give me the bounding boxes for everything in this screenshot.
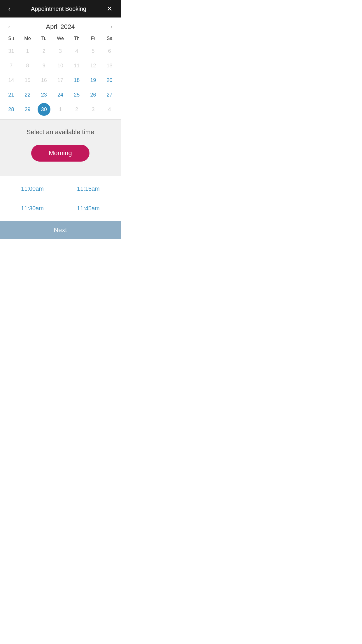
day-fr: Fr: [85, 34, 101, 43]
date-cell-wrapper: 17: [52, 73, 68, 87]
time-slot[interactable]: 11:15am: [62, 182, 115, 196]
time-selection-area: Select an available time Morning: [0, 120, 121, 176]
date-cell-wrapper: 2: [68, 102, 85, 116]
date-cell-wrapper: 18: [68, 73, 85, 87]
date-cell: 3: [59, 45, 62, 57]
date-cell[interactable]: 23: [41, 89, 47, 101]
date-cell-wrapper: 28: [3, 102, 19, 116]
date-cell-wrapper: 15: [19, 73, 36, 87]
calendar-month-label: April 2024: [46, 23, 75, 31]
calendar-nav: ‹ April 2024 ›: [0, 18, 121, 34]
date-cell: 2: [43, 45, 45, 57]
date-cell[interactable]: 18: [74, 74, 80, 86]
date-cell-wrapper: 26: [85, 88, 101, 102]
date-cell-wrapper: 29: [19, 102, 36, 116]
date-cell-wrapper: 13: [101, 59, 118, 73]
date-cell-wrapper: 3: [52, 44, 68, 58]
calendar-dates: 3112345678910111213141516171819202122232…: [3, 44, 118, 116]
date-cell-wrapper: 4: [101, 102, 118, 116]
date-cell-wrapper: 11: [68, 59, 85, 73]
next-button[interactable]: Next: [5, 226, 115, 234]
date-cell: 10: [57, 60, 63, 72]
day-tu: Tu: [36, 34, 52, 43]
date-cell[interactable]: 29: [24, 104, 30, 116]
prev-month-button[interactable]: ‹: [6, 22, 13, 31]
date-cell: 11: [74, 60, 80, 72]
day-th: Th: [68, 34, 85, 43]
next-month-button[interactable]: ›: [108, 22, 115, 31]
date-cell: 15: [24, 74, 30, 86]
time-slots-area: 11:00am11:15am11:30am11:45am: [0, 176, 121, 221]
date-cell-wrapper: 30: [36, 102, 52, 116]
date-cell: 4: [75, 45, 78, 57]
date-cell-wrapper: 23: [36, 88, 52, 102]
date-cell-wrapper: 12: [85, 59, 101, 73]
time-slot[interactable]: 11:45am: [62, 202, 115, 215]
date-cell: 1: [59, 104, 62, 116]
date-cell: 13: [107, 60, 113, 72]
day-sa: Sa: [101, 34, 118, 43]
app-header: ‹ Appointment Booking ✕: [0, 0, 121, 18]
day-we: We: [52, 34, 68, 43]
date-cell: 7: [10, 60, 13, 72]
date-cell: 5: [92, 45, 95, 57]
date-cell-wrapper: 1: [19, 44, 36, 58]
date-cell[interactable]: 28: [8, 104, 14, 116]
date-cell[interactable]: 20: [107, 74, 113, 86]
time-slots-grid: 11:00am11:15am11:30am11:45am: [6, 182, 115, 215]
date-cell[interactable]: 27: [107, 89, 113, 101]
date-cell-wrapper: 14: [3, 73, 19, 87]
date-cell: 1: [26, 45, 29, 57]
date-cell-wrapper: 2: [36, 44, 52, 58]
date-cell-wrapper: 25: [68, 88, 85, 102]
date-cell-wrapper: 21: [3, 88, 19, 102]
date-cell-wrapper: 4: [68, 44, 85, 58]
date-cell: 9: [43, 60, 45, 72]
date-cell-wrapper: 16: [36, 73, 52, 87]
date-cell: 16: [41, 74, 47, 86]
date-cell: 12: [90, 60, 96, 72]
time-slot[interactable]: 11:00am: [6, 182, 59, 196]
select-time-label: Select an available time: [6, 128, 115, 136]
date-cell-wrapper: 31: [3, 44, 19, 58]
next-button-area: Next: [0, 221, 121, 239]
date-cell-wrapper: 27: [101, 88, 118, 102]
date-cell[interactable]: 24: [57, 89, 63, 101]
date-cell: 2: [75, 104, 78, 116]
day-mo: Mo: [19, 34, 36, 43]
date-cell[interactable]: 19: [90, 74, 96, 86]
date-cell-wrapper: 8: [19, 59, 36, 73]
date-cell-wrapper: 6: [101, 44, 118, 58]
page-title: Appointment Booking: [13, 6, 104, 12]
date-cell-wrapper: 22: [19, 88, 36, 102]
date-cell[interactable]: 21: [8, 89, 14, 101]
date-cell-wrapper: 1: [52, 102, 68, 116]
date-cell: 8: [26, 60, 29, 72]
date-cell-wrapper: 10: [52, 59, 68, 73]
date-cell: 6: [108, 45, 111, 57]
date-cell: 14: [8, 74, 14, 86]
calendar-grid: Su Mo Tu We Th Fr Sa 3112345678910111213…: [0, 34, 121, 120]
date-cell-wrapper: 7: [3, 59, 19, 73]
date-cell[interactable]: 26: [90, 89, 96, 101]
date-cell-wrapper: 9: [36, 59, 52, 73]
back-button[interactable]: ‹: [6, 4, 13, 13]
day-su: Su: [3, 34, 19, 43]
morning-button[interactable]: Morning: [31, 145, 89, 162]
close-button[interactable]: ✕: [104, 4, 115, 13]
date-cell: 4: [108, 104, 111, 116]
date-cell[interactable]: 25: [74, 89, 80, 101]
date-cell-wrapper: 24: [52, 88, 68, 102]
days-header: Su Mo Tu We Th Fr Sa: [3, 34, 118, 43]
date-cell-wrapper: 3: [85, 102, 101, 116]
date-cell: 31: [8, 45, 14, 57]
date-cell-wrapper: 20: [101, 73, 118, 87]
date-cell-wrapper: 19: [85, 73, 101, 87]
date-cell[interactable]: 22: [24, 89, 30, 101]
date-cell[interactable]: 30: [38, 103, 50, 116]
date-cell: 17: [57, 74, 63, 86]
date-cell: 3: [92, 104, 95, 116]
time-slot[interactable]: 11:30am: [6, 202, 59, 215]
date-cell-wrapper: 5: [85, 44, 101, 58]
